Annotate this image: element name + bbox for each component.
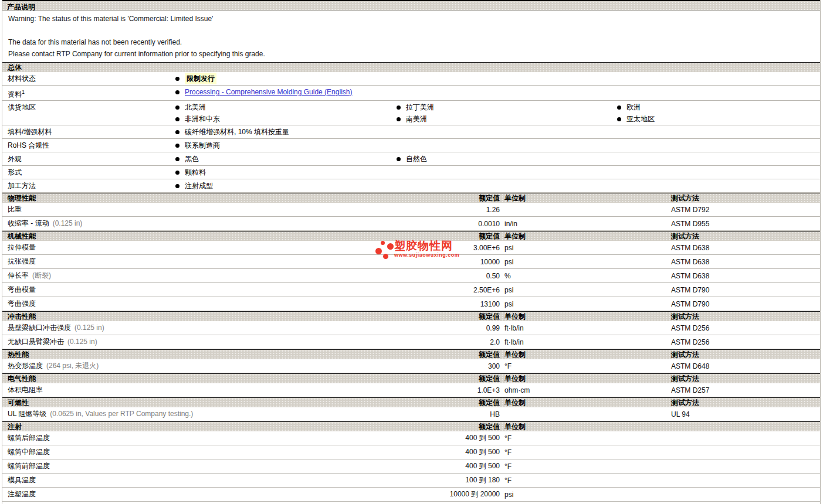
column-header-method: 测试方法 bbox=[668, 312, 820, 322]
property-value: 0.50 bbox=[407, 272, 500, 280]
value-column-1: 黑色 bbox=[170, 153, 391, 165]
property-name-text: 拉伸模量 bbox=[8, 243, 36, 251]
bullet-icon bbox=[175, 130, 179, 134]
property-name: 螺筒前部温度 bbox=[2, 461, 407, 471]
bullet-item-label: 非洲和中东 bbox=[185, 113, 220, 125]
property-unit: psi bbox=[500, 258, 668, 266]
property-name: 抗张强度 bbox=[2, 257, 407, 267]
property-row: 弯曲强度13100psiASTM D790 bbox=[2, 297, 820, 311]
footnote-marker: 1 bbox=[22, 89, 25, 95]
material-status-badge: 限制发行 bbox=[185, 73, 216, 84]
bullet-item-label: 注射成型 bbox=[185, 180, 213, 192]
bullet-item-label: 颗粒料 bbox=[185, 166, 206, 178]
property-name: 无缺口悬臂梁冲击(0.125 in) bbox=[2, 337, 407, 347]
property-row: 模具温度100 到 180°F bbox=[2, 474, 820, 488]
property-label: 材料状态 bbox=[2, 73, 170, 85]
general-row: 供货地区北美洲非洲和中东拉丁美洲南美洲欧洲亚太地区 bbox=[2, 101, 820, 125]
property-label-text: 加工方法 bbox=[8, 182, 36, 190]
value-column-1: 北美洲非洲和中东 bbox=[170, 101, 391, 125]
bullet-icon bbox=[397, 105, 401, 110]
section-title: 电气性能 bbox=[2, 374, 407, 384]
property-row: 螺筒后部温度400 到 500°F bbox=[2, 431, 820, 445]
property-value: 400 到 500 bbox=[407, 447, 500, 457]
section-title: 总体 bbox=[2, 62, 170, 73]
value-column-1: 注射成型 bbox=[170, 180, 391, 192]
section-header: 电气性能额定值单位制测试方法 bbox=[2, 373, 820, 383]
column-header-unit: 单位制 bbox=[500, 312, 668, 322]
property-value: 400 到 500 bbox=[407, 433, 500, 443]
property-name-text: 比重 bbox=[8, 205, 22, 213]
property-row: 拉伸模量3.00E+6psiASTM D638 bbox=[2, 241, 820, 255]
property-name-text: 螺筒后部温度 bbox=[8, 434, 50, 442]
section-header: 注射额定值单位制 bbox=[2, 421, 820, 431]
property-name: 拉伸模量 bbox=[2, 243, 407, 253]
bullet-item: 碳纤维增强材料, 10% 填料按重量 bbox=[170, 126, 391, 138]
value-column-3: 欧洲亚太地区 bbox=[611, 101, 820, 125]
property-unit: °F bbox=[500, 462, 668, 471]
property-row: 热变形温度(264 psi, 未退火)300°FASTM D648 bbox=[2, 359, 820, 373]
property-row: 伸长率(断裂)0.50%ASTM D638 bbox=[2, 269, 820, 283]
column-header-method: 测试方法 bbox=[668, 398, 820, 408]
property-label: RoHS 合规性 bbox=[2, 139, 170, 152]
property-name: 模具温度 bbox=[2, 475, 407, 485]
property-row: 比重1.26ASTM D792 bbox=[2, 203, 820, 217]
general-row: 资料1Processing - Comprehensive Molding Gu… bbox=[2, 86, 820, 101]
bullet-item-label: 南美洲 bbox=[406, 113, 427, 125]
bullet-item-label: 联系制造商 bbox=[185, 139, 220, 151]
bullet-item: 联系制造商 bbox=[170, 139, 391, 151]
section-title: 冲击性能 bbox=[2, 312, 407, 322]
section-header: 物理性能额定值单位制测试方法 bbox=[2, 193, 820, 203]
section-header: 冲击性能额定值单位制测试方法 bbox=[2, 311, 820, 321]
general-row: RoHS 合规性联系制造商 bbox=[2, 139, 820, 152]
property-value: 2.50E+6 bbox=[407, 286, 500, 294]
column-header-value: 额定值 bbox=[407, 193, 500, 203]
column-header-value: 额定值 bbox=[407, 350, 500, 360]
property-condition-note: (0.125 in) bbox=[74, 323, 104, 332]
bullet-icon bbox=[617, 117, 621, 121]
property-row: 弯曲模量2.50E+6psiASTM D790 bbox=[2, 283, 820, 297]
property-row: 螺筒前部温度400 到 500°F bbox=[2, 459, 820, 474]
property-row: 收缩率 - 流动(0.125 in)0.0010in/inASTM D955 bbox=[2, 217, 820, 231]
bullet-icon bbox=[175, 144, 179, 148]
property-unit: ohm·cm bbox=[500, 386, 668, 394]
bullet-icon bbox=[175, 184, 179, 188]
bullet-item-label: 黑色 bbox=[185, 153, 199, 165]
bullet-item: 黑色 bbox=[170, 153, 391, 165]
property-value: HB bbox=[407, 410, 500, 418]
property-name: 螺筒后部温度 bbox=[2, 433, 407, 443]
warning-block: Warning: The status of this material is … bbox=[2, 11, 820, 62]
column-header-value: 额定值 bbox=[407, 398, 500, 408]
property-sections: 物理性能额定值单位制测试方法比重1.26ASTM D792收缩率 - 流动(0.… bbox=[2, 193, 820, 502]
test-method: ASTM D648 bbox=[668, 362, 820, 370]
bullet-item: 拉丁美洲 bbox=[391, 101, 611, 113]
bullet-icon bbox=[397, 117, 401, 121]
column-header-value: 额定值 bbox=[407, 374, 500, 384]
general-rows: 材料状态限制发行资料1Processing - Comprehensive Mo… bbox=[2, 72, 820, 193]
property-label: 外观 bbox=[2, 153, 170, 165]
property-name-text: 体积电阻率 bbox=[8, 386, 43, 394]
property-condition-note: (0.125 in) bbox=[67, 338, 97, 346]
general-row: 材料状态限制发行 bbox=[2, 72, 820, 86]
property-condition-note: (264 psi, 未退火) bbox=[46, 362, 99, 370]
property-name: UL 阻燃等级(0.0625 in, Values per RTP Compan… bbox=[2, 409, 407, 419]
warning-line-1: Warning: The status of this material is … bbox=[8, 15, 820, 23]
property-name-text: 收缩率 - 流动 bbox=[8, 219, 49, 227]
bullet-item: 欧洲 bbox=[611, 101, 820, 113]
property-name-text: 弯曲模量 bbox=[8, 285, 36, 294]
warning-line-2: The data for this material has not been … bbox=[8, 38, 820, 47]
property-label: 形式 bbox=[2, 166, 170, 179]
test-method: ASTM D256 bbox=[668, 338, 820, 346]
property-unit: °F bbox=[500, 434, 668, 442]
general-row: 填料/增强材料碳纤维增强材料, 10% 填料按重量 bbox=[2, 125, 820, 139]
column-header-method: 测试方法 bbox=[668, 350, 820, 360]
column-header-method: 测试方法 bbox=[668, 374, 820, 384]
test-method: ASTM D955 bbox=[668, 220, 820, 228]
property-row: 悬壁梁缺口冲击强度(0.125 in)0.99ft·lb/inASTM D256 bbox=[2, 321, 820, 335]
datasheet-link[interactable]: Processing - Comprehensive Molding Guide… bbox=[185, 86, 352, 98]
bullet-icon bbox=[175, 171, 179, 175]
bullet-item: 颗粒料 bbox=[170, 166, 391, 178]
property-label: 资料1 bbox=[2, 86, 170, 100]
property-label-text: 外观 bbox=[8, 155, 22, 163]
property-condition-note: (0.125 in) bbox=[53, 219, 83, 227]
property-unit: % bbox=[500, 272, 668, 280]
